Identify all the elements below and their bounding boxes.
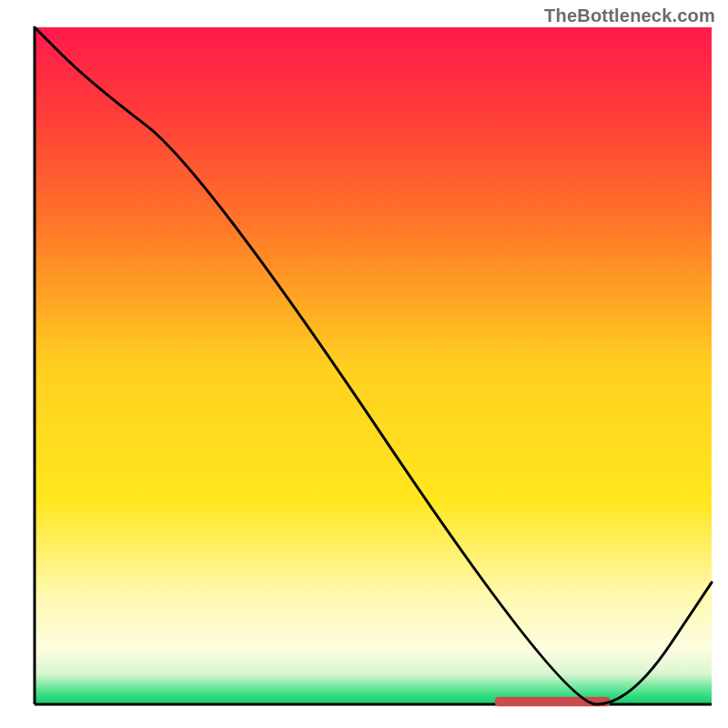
bottleneck-chart <box>0 0 728 728</box>
plot-area <box>35 27 712 704</box>
